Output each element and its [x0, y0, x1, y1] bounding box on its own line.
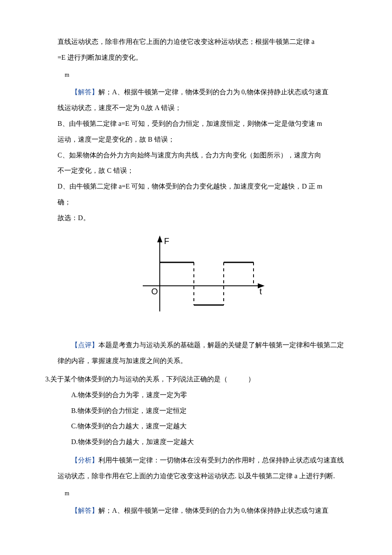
q2-answer-b1: B、由牛顿第二定律 a=E 可知，受到的合力恒定，加速度恒定，则物体一定是做匀变…: [58, 116, 347, 132]
q2-answer-d1: D、由牛顿第二定律 a=E 可知，物体受到的合力变化越快，加速度变化一定越快，D…: [58, 179, 347, 195]
q2-answer-d2: 确；: [58, 195, 347, 210]
q2-analysis-sub: m: [65, 72, 347, 79]
q2-review-1-text: 本题是考查力与运动关系的基础题，解题的关键是了解牛顿第一定律和牛顿第二定: [98, 341, 344, 349]
q3-analysis-sub: m: [65, 490, 347, 497]
q2-analysis-cont-2: =E 进行判断加速度的变化。: [58, 50, 347, 66]
q3-stem: 3.关于某个物体受到的力与运动的关系，下列说法正确的是（ ）: [58, 372, 347, 387]
q3-option-b: B.物体受到的合力恒定，速度一定恒定: [58, 403, 347, 419]
q2-answer-c1: C、如果物体的合外力方向始终与速度方向共线，合力方向变化（如图所示），速度方向: [58, 148, 347, 163]
q3-option-a: A.物体受到的合力为零，速度一定为零: [58, 387, 347, 403]
analysis-tag: 【分析】: [71, 456, 98, 464]
q3-ans-a1-text: 解；A、根据牛顿第一定律，物体受到的合力为 0,物体保持静止状态或匀速直: [98, 507, 329, 514]
document-page: 直线运动状态，除非作用在它上面的力迫使它改变这种运动状态；根据牛顿第二定律 a …: [0, 0, 392, 555]
q2-review-1: 【点评】本题是考查力与运动关系的基础题，解题的关键是了解牛顿第一定律和牛顿第二定: [58, 337, 347, 353]
q3-answer-a1: 【解答】解；A、根据牛顿第一定律，物体受到的合力为 0,物体保持静止状态或匀速直: [58, 503, 347, 519]
svg-marker-1: [157, 235, 162, 242]
q2-answer-final: 故选：D。: [58, 210, 347, 226]
answer-tag: 【解答】: [71, 507, 98, 514]
origin-label: O: [151, 287, 158, 296]
x-axis-label: t: [259, 287, 262, 296]
y-axis-label: F: [164, 236, 169, 246]
q3-analysis-1: 【分析】利用牛顿第一定律：一切物体在没有受到力的作用时，总保持静止状态或匀速直线: [58, 453, 347, 468]
q2-ans-a1-text: 解；A、根据牛顿第一定律，物体受到的合力为 0,物体保持静止状态或匀速直: [98, 88, 329, 96]
figure-step-force: F t O: [58, 235, 347, 326]
q2-answer-b2: 运动，速度一定是变化的，故 B 错误；: [58, 132, 347, 148]
q2-answer-a1: 【解答】解；A、根据牛顿第一定律，物体受到的合力为 0,物体保持静止状态或匀速直: [58, 84, 347, 100]
q2-analysis-cont-1: 直线运动状态，除非作用在它上面的力迫使它改变这种运动状态；根据牛顿第二定律 a: [58, 34, 347, 50]
q3-number: 3.: [45, 375, 50, 383]
q3-analysis-1-text: 利用牛顿第一定律：一切物体在没有受到力的作用时，总保持静止状态或匀速直线: [98, 456, 344, 464]
q3-option-c: C.物体受到的合力越大，速度一定越大: [58, 418, 347, 434]
q2-review-2: 律的内容，掌握速度与加速度之间的关系。: [58, 353, 347, 369]
q2-answer-a2: 线运动状态，速度不一定为 0,故 A 错误；: [58, 100, 347, 116]
force-time-chart: F t O: [138, 235, 266, 320]
q3-stem-text: 关于某个物体受到的力与运动的关系，下列说法正确的是（ ）: [50, 375, 255, 383]
q3-option-d: D.物体受到的合力越大，加速度一定越大: [58, 434, 347, 450]
q2-answer-c2: 不一定变化，故 C 错误；: [58, 163, 347, 179]
answer-tag: 【解答】: [71, 88, 98, 96]
q3-analysis-2: 运动状态，除非作用在它上面的力迫使它改变这种运动状态. 以及牛顿第二定律 a 上…: [58, 468, 347, 484]
review-tag: 【点评】: [71, 341, 98, 349]
